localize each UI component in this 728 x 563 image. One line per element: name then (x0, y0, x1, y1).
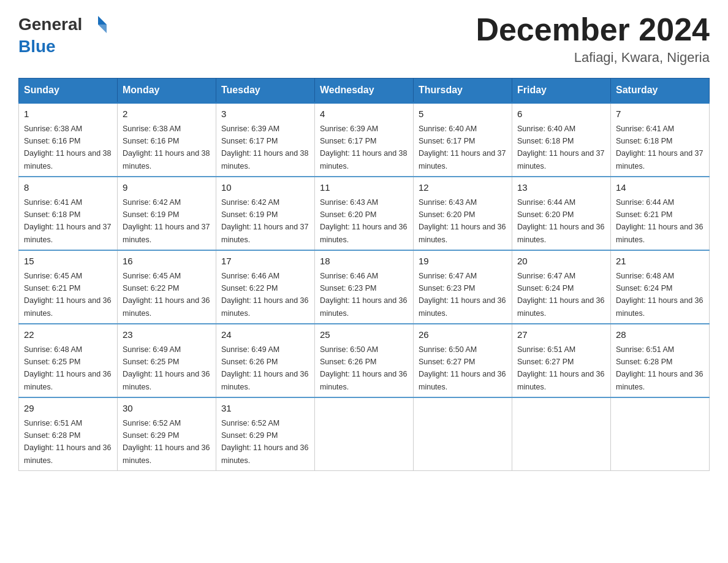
week-row-3: 15Sunrise: 6:45 AMSunset: 6:21 PMDayligh… (19, 250, 710, 324)
week-row-1: 1Sunrise: 6:38 AMSunset: 6:16 PMDaylight… (19, 103, 710, 177)
day-number: 18 (320, 255, 408, 269)
calendar-cell: 14Sunrise: 6:44 AMSunset: 6:21 PMDayligh… (611, 177, 710, 250)
day-number: 22 (24, 328, 112, 342)
weekday-header-tuesday: Tuesday (216, 79, 315, 103)
day-number: 17 (221, 255, 309, 269)
day-number: 4 (320, 107, 408, 121)
svg-marker-1 (98, 25, 107, 33)
day-number: 13 (517, 181, 605, 195)
week-row-4: 22Sunrise: 6:48 AMSunset: 6:25 PMDayligh… (19, 324, 710, 397)
calendar-table: SundayMondayTuesdayWednesdayThursdayFrid… (18, 78, 710, 471)
calendar-cell: 29Sunrise: 6:51 AMSunset: 6:28 PMDayligh… (19, 397, 118, 471)
day-number: 25 (320, 328, 408, 342)
day-number: 28 (616, 328, 704, 342)
calendar-cell: 21Sunrise: 6:48 AMSunset: 6:24 PMDayligh… (611, 250, 710, 324)
calendar-cell: 8Sunrise: 6:41 AMSunset: 6:18 PMDaylight… (19, 177, 118, 250)
day-number: 6 (517, 107, 605, 121)
weekday-header-thursday: Thursday (414, 79, 512, 103)
day-info: Sunrise: 6:43 AMSunset: 6:20 PMDaylight:… (419, 198, 506, 244)
day-number: 3 (221, 107, 309, 121)
calendar-cell: 9Sunrise: 6:42 AMSunset: 6:19 PMDaylight… (118, 177, 216, 250)
calendar-cell: 31Sunrise: 6:52 AMSunset: 6:29 PMDayligh… (216, 397, 315, 471)
day-info: Sunrise: 6:45 AMSunset: 6:21 PMDaylight:… (24, 272, 111, 318)
calendar-cell: 11Sunrise: 6:43 AMSunset: 6:20 PMDayligh… (315, 177, 414, 250)
day-info: Sunrise: 6:39 AMSunset: 6:17 PMDaylight:… (320, 124, 407, 170)
calendar-cell (512, 397, 611, 471)
day-number: 9 (123, 181, 211, 195)
day-info: Sunrise: 6:43 AMSunset: 6:20 PMDaylight:… (320, 198, 407, 244)
day-number: 2 (123, 107, 211, 121)
day-number: 7 (616, 107, 704, 121)
week-row-2: 8Sunrise: 6:41 AMSunset: 6:18 PMDaylight… (19, 177, 710, 250)
calendar-cell (611, 397, 710, 471)
week-row-5: 29Sunrise: 6:51 AMSunset: 6:28 PMDayligh… (19, 397, 710, 471)
day-number: 24 (221, 328, 309, 342)
day-info: Sunrise: 6:38 AMSunset: 6:16 PMDaylight:… (24, 124, 111, 170)
day-info: Sunrise: 6:47 AMSunset: 6:24 PMDaylight:… (517, 272, 604, 318)
calendar-cell (315, 397, 414, 471)
logo: General Blue (18, 12, 107, 56)
day-info: Sunrise: 6:40 AMSunset: 6:17 PMDaylight:… (419, 124, 506, 170)
calendar-cell: 15Sunrise: 6:45 AMSunset: 6:21 PMDayligh… (19, 250, 118, 324)
calendar-cell: 7Sunrise: 6:41 AMSunset: 6:18 PMDaylight… (611, 103, 710, 177)
logo-icon (82, 12, 107, 37)
calendar-cell: 16Sunrise: 6:45 AMSunset: 6:22 PMDayligh… (118, 250, 216, 324)
calendar-cell: 3Sunrise: 6:39 AMSunset: 6:17 PMDaylight… (216, 103, 315, 177)
day-info: Sunrise: 6:42 AMSunset: 6:19 PMDaylight:… (221, 198, 308, 244)
calendar-cell: 25Sunrise: 6:50 AMSunset: 6:26 PMDayligh… (315, 324, 414, 397)
day-info: Sunrise: 6:51 AMSunset: 6:28 PMDaylight:… (616, 345, 703, 391)
calendar-cell: 30Sunrise: 6:52 AMSunset: 6:29 PMDayligh… (118, 397, 216, 471)
day-info: Sunrise: 6:49 AMSunset: 6:26 PMDaylight:… (221, 345, 308, 391)
weekday-header-wednesday: Wednesday (315, 79, 414, 103)
day-number: 21 (616, 255, 704, 269)
day-info: Sunrise: 6:41 AMSunset: 6:18 PMDaylight:… (24, 198, 111, 244)
day-info: Sunrise: 6:50 AMSunset: 6:27 PMDaylight:… (419, 345, 506, 391)
day-number: 31 (221, 402, 309, 416)
calendar-cell: 26Sunrise: 6:50 AMSunset: 6:27 PMDayligh… (414, 324, 512, 397)
calendar-cell: 5Sunrise: 6:40 AMSunset: 6:17 PMDaylight… (414, 103, 512, 177)
calendar-cell: 13Sunrise: 6:44 AMSunset: 6:20 PMDayligh… (512, 177, 611, 250)
day-info: Sunrise: 6:42 AMSunset: 6:19 PMDaylight:… (123, 198, 210, 244)
weekday-header-sunday: Sunday (19, 79, 118, 103)
day-number: 16 (123, 255, 211, 269)
day-info: Sunrise: 6:38 AMSunset: 6:16 PMDaylight:… (123, 124, 210, 170)
calendar-cell: 27Sunrise: 6:51 AMSunset: 6:27 PMDayligh… (512, 324, 611, 397)
day-number: 8 (24, 181, 112, 195)
calendar-cell: 18Sunrise: 6:46 AMSunset: 6:23 PMDayligh… (315, 250, 414, 324)
calendar-cell: 23Sunrise: 6:49 AMSunset: 6:25 PMDayligh… (118, 324, 216, 397)
calendar-cell: 6Sunrise: 6:40 AMSunset: 6:18 PMDaylight… (512, 103, 611, 177)
day-info: Sunrise: 6:44 AMSunset: 6:21 PMDaylight:… (616, 198, 703, 244)
day-number: 15 (24, 255, 112, 269)
day-info: Sunrise: 6:44 AMSunset: 6:20 PMDaylight:… (517, 198, 604, 244)
day-number: 29 (24, 402, 112, 416)
day-info: Sunrise: 6:48 AMSunset: 6:24 PMDaylight:… (616, 272, 703, 318)
calendar-cell: 10Sunrise: 6:42 AMSunset: 6:19 PMDayligh… (216, 177, 315, 250)
day-info: Sunrise: 6:46 AMSunset: 6:23 PMDaylight:… (320, 272, 407, 318)
day-info: Sunrise: 6:47 AMSunset: 6:23 PMDaylight:… (419, 272, 506, 318)
day-number: 30 (123, 402, 211, 416)
day-info: Sunrise: 6:48 AMSunset: 6:25 PMDaylight:… (24, 345, 111, 391)
day-number: 5 (419, 107, 507, 121)
day-info: Sunrise: 6:52 AMSunset: 6:29 PMDaylight:… (123, 419, 210, 465)
title-section: December 2024 Lafiagi, Kwara, Nigeria (476, 12, 710, 66)
calendar-cell: 12Sunrise: 6:43 AMSunset: 6:20 PMDayligh… (414, 177, 512, 250)
day-number: 10 (221, 181, 309, 195)
day-info: Sunrise: 6:50 AMSunset: 6:26 PMDaylight:… (320, 345, 407, 391)
day-number: 14 (616, 181, 704, 195)
day-number: 20 (517, 255, 605, 269)
calendar-cell: 22Sunrise: 6:48 AMSunset: 6:25 PMDayligh… (19, 324, 118, 397)
day-info: Sunrise: 6:39 AMSunset: 6:17 PMDaylight:… (221, 124, 308, 170)
day-number: 26 (419, 328, 507, 342)
calendar-cell (414, 397, 512, 471)
calendar-cell: 4Sunrise: 6:39 AMSunset: 6:17 PMDaylight… (315, 103, 414, 177)
day-info: Sunrise: 6:41 AMSunset: 6:18 PMDaylight:… (616, 124, 703, 170)
day-info: Sunrise: 6:40 AMSunset: 6:18 PMDaylight:… (517, 124, 604, 170)
calendar-subtitle: Lafiagi, Kwara, Nigeria (476, 50, 710, 66)
day-number: 27 (517, 328, 605, 342)
calendar-cell: 2Sunrise: 6:38 AMSunset: 6:16 PMDaylight… (118, 103, 216, 177)
day-info: Sunrise: 6:45 AMSunset: 6:22 PMDaylight:… (123, 272, 210, 318)
day-number: 23 (123, 328, 211, 342)
weekday-header-saturday: Saturday (611, 79, 710, 103)
svg-marker-0 (98, 16, 107, 25)
page-header: General Blue December 2024 Lafiagi, Kwar… (18, 12, 710, 66)
